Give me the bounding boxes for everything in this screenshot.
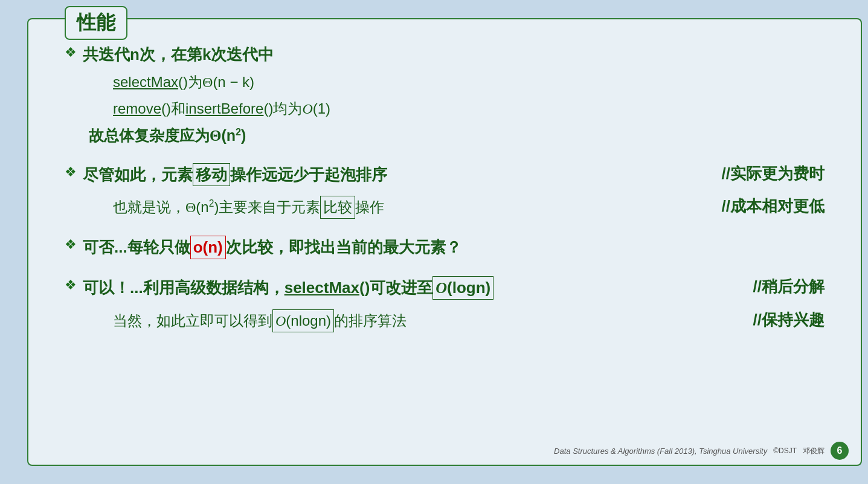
section4-sub-text: 当然，如此立即可以得到O(nlogn)的排序算法 xyxy=(113,312,407,329)
section4-comment1: //稍后分解 xyxy=(655,276,825,297)
section4-row2-main: 当然，如此立即可以得到O(nlogn)的排序算法 xyxy=(65,309,655,332)
slide-content: ❖ 共迭代n次，在第k次迭代中 selectMax()为Θ(n − k) rem… xyxy=(28,19,861,465)
compare-boxed: 比较 xyxy=(320,196,355,219)
insertbefore-underline: insertBefore xyxy=(185,100,263,117)
bullet-2: ❖ 尽管如此，元素移动操作远远少于起泡排序 xyxy=(65,163,655,186)
section-3: ❖ 可否...每轮只做o(n)次比较，即找出当前的最大元素？ xyxy=(65,236,825,259)
section4-comment2: //保持兴趣 xyxy=(655,309,825,331)
section1-conclusion: 故总体复杂度应为Θ(n2) xyxy=(89,124,825,146)
section1-conclusion-text: 故总体复杂度应为Θ(n2) xyxy=(89,127,246,144)
section4-row1: ❖ 可以！...利用高级数据结构，selectMax()可改进至O(logn) … xyxy=(65,276,825,306)
section2-sub: 也就是说，Θ(n2)主要来自于元素比较操作 xyxy=(113,196,655,219)
selectmax-underline-1: selectMax xyxy=(113,74,178,90)
on-boxed-red: o(n) xyxy=(190,236,226,259)
sub-text-1: selectMax()为Θ(n − k) xyxy=(113,74,254,90)
section4-sub: 当然，如此立即可以得到O(nlogn)的排序算法 xyxy=(113,309,655,332)
slide-container: 性能 ❖ 共迭代n次，在第k次迭代中 selectMax()为Θ(n − k) … xyxy=(27,18,862,466)
bullet-2-text: 尽管如此，元素移动操作远远少于起泡排序 xyxy=(83,163,387,186)
diamond-icon-4: ❖ xyxy=(65,277,77,293)
bullet-3: ❖ 可否...每轮只做o(n)次比较，即找出当前的最大元素？ xyxy=(65,236,825,259)
bullet-1: ❖ 共迭代n次，在第k次迭代中 xyxy=(65,44,825,65)
sub-item-2: remove()和insertBefore()均为O(1) xyxy=(113,98,825,120)
bullet-4-text: 可以！...利用高级数据结构，selectMax()可改进至O(logn) xyxy=(83,276,493,300)
bullet-3-text: 可否...每轮只做o(n)次比较，即找出当前的最大元素？ xyxy=(83,236,461,259)
section-2: ❖ 尽管如此，元素移动操作远远少于起泡排序 //实际更为费时 也就是说，Θ(n2… xyxy=(65,163,825,219)
section2-row1-main: ❖ 尽管如此，元素移动操作远远少于起泡排序 xyxy=(65,163,655,192)
footer-logo2: 邓俊辉 xyxy=(803,446,825,456)
selectmax-underline-2: selectMax xyxy=(285,279,359,297)
page-number: 6 xyxy=(831,442,849,460)
diamond-icon-3: ❖ xyxy=(65,237,77,253)
bullet-1-text: 共迭代n次，在第k次迭代中 xyxy=(83,44,274,65)
ologn-boxed: O(logn) xyxy=(432,276,493,300)
section-4: ❖ 可以！...利用高级数据结构，selectMax()可改进至O(logn) … xyxy=(65,276,825,332)
section4-row1-main: ❖ 可以！...利用高级数据结构，selectMax()可改进至O(logn) xyxy=(65,276,655,306)
onlogn-boxed: O(nlogn) xyxy=(272,309,334,332)
move-boxed: 移动 xyxy=(193,163,230,186)
diamond-icon: ❖ xyxy=(65,45,77,60)
section4-row2: 当然，如此立即可以得到O(nlogn)的排序算法 //保持兴趣 xyxy=(65,309,825,332)
section2-row1: ❖ 尽管如此，元素移动操作远远少于起泡排序 //实际更为费时 xyxy=(65,163,825,192)
footer-logo1: ©DSJT xyxy=(773,447,797,455)
section2-comment2: //成本相对更低 xyxy=(655,196,825,217)
section2-comment1: //实际更为费时 xyxy=(655,163,825,184)
bullet-4: ❖ 可以！...利用高级数据结构，selectMax()可改进至O(logn) xyxy=(65,276,655,300)
remove-underline: remove xyxy=(113,100,161,117)
section-1: ❖ 共迭代n次，在第k次迭代中 selectMax()为Θ(n − k) rem… xyxy=(65,44,825,146)
footer-course: Data Structures & Algorithms (Fall 2013)… xyxy=(554,447,767,456)
section2-row2: 也就是说，Θ(n2)主要来自于元素比较操作 //成本相对更低 xyxy=(65,196,825,219)
section2-sub-text: 也就是说，Θ(n2)主要来自于元素比较操作 xyxy=(113,199,384,215)
sub-text-2: remove()和insertBefore()均为O(1) xyxy=(113,100,330,117)
footer: Data Structures & Algorithms (Fall 2013)… xyxy=(554,442,849,460)
section2-row2-main: 也就是说，Θ(n2)主要来自于元素比较操作 xyxy=(65,196,655,219)
sub-item-1: selectMax()为Θ(n − k) xyxy=(113,71,825,93)
diamond-icon-2: ❖ xyxy=(65,164,77,180)
